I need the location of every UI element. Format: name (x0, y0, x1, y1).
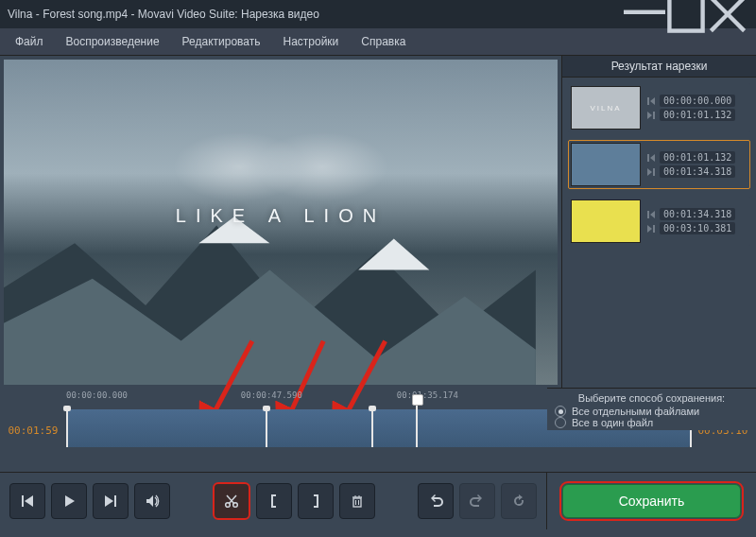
bracket-left-button[interactable] (256, 483, 292, 519)
clip-thumbnail (571, 199, 641, 243)
clip-end-time: 00:03:10.381 (660, 222, 735, 234)
svg-rect-1 (669, 0, 702, 31)
clip-start-icon (646, 96, 656, 106)
save-options-label: Выберите способ сохранения: (555, 392, 748, 404)
svg-marker-25 (25, 495, 33, 507)
playback-controls (0, 473, 180, 529)
clip-start-time: 00:01:34.318 (660, 208, 735, 220)
video-preview[interactable]: LIKE A LION (4, 60, 558, 385)
radio-dot-icon (555, 406, 566, 417)
svg-marker-27 (105, 495, 113, 507)
clip-end-icon (646, 111, 656, 120)
window-title: Vilna - Forest song.mp4 - Movavi Video S… (8, 8, 624, 21)
svg-rect-20 (647, 211, 649, 218)
svg-rect-24 (22, 495, 24, 507)
delete-button[interactable] (339, 483, 375, 519)
undo-button[interactable] (418, 483, 454, 519)
play-button[interactable] (51, 483, 87, 519)
svg-marker-13 (650, 97, 655, 105)
menu-settings[interactable]: Настройки (273, 31, 348, 52)
prev-frame-button[interactable] (9, 483, 45, 519)
svg-marker-22 (647, 225, 652, 233)
svg-marker-26 (65, 495, 75, 507)
clip-end-icon (646, 224, 656, 234)
bracket-right-button[interactable] (298, 483, 334, 519)
clip-start-icon (646, 210, 656, 219)
preview-overlay-text: LIKE A LION (176, 205, 386, 227)
menu-playback[interactable]: Воспроизведение (57, 31, 169, 52)
svg-marker-7 (358, 238, 429, 269)
clip-start-marker[interactable] (66, 409, 68, 447)
clip-end-icon (646, 167, 656, 177)
save-options: Выберите способ сохранения: Все отдельны… (547, 388, 756, 430)
titlebar: Vilna - Forest song.mp4 - Movavi Video S… (0, 0, 756, 28)
playhead-marker[interactable] (416, 402, 418, 447)
clip-thumbnail (571, 143, 641, 186)
svg-marker-14 (647, 112, 652, 119)
menu-help[interactable]: Справка (352, 31, 415, 52)
clip-start-time: 00:00:00.000 (660, 95, 735, 107)
svg-rect-15 (653, 112, 655, 119)
clip-item[interactable]: 00:01:34.318 00:03:10.381 (568, 197, 750, 246)
clip-item[interactable]: 00:01:01.132 00:01:34.318 (568, 140, 750, 189)
svg-rect-0 (624, 10, 665, 14)
svg-rect-16 (647, 154, 649, 162)
svg-marker-18 (647, 168, 652, 176)
svg-rect-34 (353, 498, 361, 507)
svg-rect-12 (647, 97, 649, 105)
menu-edit[interactable]: Редактировать (173, 31, 270, 52)
clip-start-icon (646, 153, 656, 163)
maximize-button[interactable] (665, 0, 707, 28)
minimize-button[interactable] (624, 0, 665, 28)
menu-file[interactable]: Файл (6, 31, 53, 52)
save-separate-radio[interactable]: Все отдельными файлами (555, 406, 748, 417)
cut-marker-2[interactable] (371, 409, 373, 447)
clip-end-time: 00:01:01.132 (660, 109, 735, 121)
svg-rect-23 (653, 225, 655, 233)
next-frame-button[interactable] (93, 483, 129, 519)
clip-start-time: 00:01:01.132 (660, 151, 735, 164)
current-time: 00:01:59 (0, 389, 66, 472)
clip-item[interactable]: VILNA 00:00:00.000 00:01:01.132 (568, 83, 750, 132)
clip-thumbnail: VILNA (571, 86, 641, 130)
history-controls (408, 473, 546, 529)
cut-marker-1[interactable] (266, 409, 267, 447)
svg-marker-29 (146, 495, 153, 507)
clip-end-time: 00:01:34.318 (660, 165, 735, 178)
save-panel: Сохранить (546, 473, 756, 529)
radio-dot-icon (555, 417, 566, 428)
redo-button[interactable] (459, 483, 495, 519)
svg-marker-21 (650, 211, 655, 218)
preview-area: LIKE A LION (0, 56, 561, 389)
clips-list: VILNA 00:00:00.000 00:01:01.132 00:01:01… (562, 78, 756, 389)
close-button[interactable] (707, 0, 748, 28)
svg-marker-5 (4, 269, 536, 385)
svg-marker-17 (650, 154, 655, 162)
svg-rect-28 (114, 495, 116, 507)
results-panel: Результат нарезки VILNA 00:00:00.000 00:… (561, 56, 756, 389)
refresh-button[interactable] (501, 483, 537, 519)
edit-controls (180, 473, 408, 529)
save-button[interactable]: Сохранить (562, 484, 741, 518)
save-single-radio[interactable]: Все в один файл (555, 417, 748, 428)
cut-button[interactable] (213, 482, 250, 520)
results-header: Результат нарезки (562, 56, 756, 78)
volume-button[interactable] (134, 483, 170, 519)
svg-rect-19 (653, 168, 655, 176)
